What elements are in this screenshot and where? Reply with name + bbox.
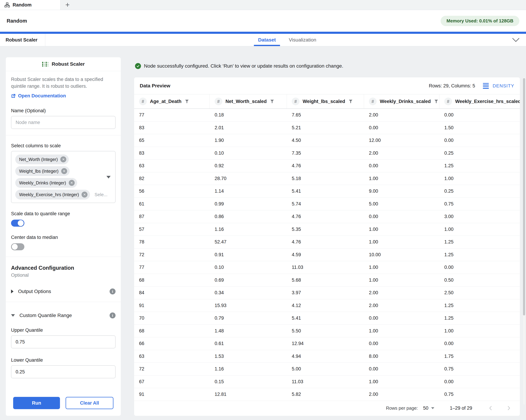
chip-remove-icon[interactable]: ✕ <box>61 168 67 174</box>
dropdown-caret-icon[interactable] <box>106 176 111 178</box>
column-chip[interactable]: Weight_lbs (Integer)✕ <box>15 166 70 176</box>
table-row[interactable]: 8228.705.181.001.00 <box>134 172 520 185</box>
node-tab-robust-scaler[interactable]: Robust Scaler <box>0 34 45 46</box>
table-row[interactable]: 832.015.210.001.50 <box>134 122 520 134</box>
table-cell: 4.76 <box>287 160 364 172</box>
table-cell: 1.00 <box>364 274 439 286</box>
lower-quantile-input[interactable] <box>11 365 116 378</box>
selected-columns-box[interactable]: Net_Worth (Integer)✕Weight_lbs (Integer)… <box>11 151 116 203</box>
table-cell: 1.00 <box>439 325 520 337</box>
table-row[interactable]: 840.343.972.002.50 <box>134 286 520 299</box>
table-row[interactable]: 9112.815.822.000.75 <box>134 388 520 401</box>
chip-remove-icon[interactable]: ✕ <box>81 192 88 197</box>
table-cell: 1.90 <box>210 134 287 147</box>
table-cell: 2.00 <box>364 299 439 312</box>
table-cell: 0.00 <box>364 312 439 324</box>
table-row[interactable]: 9115.934.122.001.25 <box>134 299 520 312</box>
table-row[interactable]: 630.924.760.001.25 <box>134 160 520 172</box>
tab-visualization[interactable]: Visualization <box>284 34 321 46</box>
column-chip[interactable]: Net_Worth (Integer)✕ <box>15 155 69 164</box>
filter-icon[interactable] <box>348 99 353 104</box>
column-header-Weight_lbs_scaled[interactable]: #Weight_lbs_scaled <box>287 94 364 108</box>
table-cell: 3.97 <box>287 286 364 299</box>
column-header-Weekly_Drinks_scaled[interactable]: #Weekly_Drinks_scaled <box>364 94 439 108</box>
table-row[interactable]: 720.914.5910.001.25 <box>134 249 520 261</box>
clear-all-button[interactable]: Clear All <box>66 397 113 409</box>
numeric-type-icon: # <box>292 98 299 105</box>
filter-icon[interactable] <box>434 99 438 104</box>
tab-dataset[interactable]: Dataset <box>254 34 280 46</box>
table-cell: 2.50 <box>439 286 520 299</box>
node-name-input[interactable] <box>11 116 116 129</box>
table-row[interactable]: 700.795.410.001.25 <box>134 312 520 325</box>
collapse-panel-button[interactable] <box>512 37 520 44</box>
column-header-Net_Worth_scaled[interactable]: #Net_Worth_scaled <box>210 94 287 108</box>
panel-header: Robust Scaler <box>6 57 121 71</box>
density-icon[interactable] <box>483 83 489 89</box>
table-row[interactable]: 721.165.000.000.75 <box>134 363 520 375</box>
column-chip[interactable]: Weekly_Drinks (Integer)✕ <box>15 178 77 188</box>
chip-remove-icon[interactable]: ✕ <box>60 156 66 162</box>
memory-usage-badge: Memory Used: 0.01% of 128GB <box>441 16 519 26</box>
info-icon[interactable]: i <box>110 313 116 318</box>
table-row[interactable]: 770.187.652.000.00 <box>134 109 520 122</box>
open-documentation-link[interactable]: Open Documentation <box>11 93 116 99</box>
rows-per-page-caret-icon <box>431 407 434 409</box>
upper-quantile-input[interactable] <box>11 335 116 348</box>
filter-icon[interactable] <box>270 99 274 104</box>
filter-icon[interactable] <box>185 99 189 104</box>
table-row[interactable]: 631.534.948.001.75 <box>134 350 520 363</box>
table-cell: 77 <box>134 109 210 121</box>
table-row[interactable]: 681.485.501.001.00 <box>134 325 520 338</box>
table-body: 770.187.652.000.00832.015.210.001.50651.… <box>134 109 520 401</box>
run-button[interactable]: Run <box>13 397 60 409</box>
table-cell: 61 <box>134 198 210 210</box>
output-options-section[interactable]: Output Options i <box>11 288 116 294</box>
table-row[interactable]: 610.995.745.000.75 <box>134 198 520 211</box>
table-cell: 0.00 <box>439 261 520 274</box>
rows-per-page-select[interactable]: 50 <box>423 405 434 411</box>
new-tab-button[interactable]: + <box>61 0 74 10</box>
status-message-text: Node successfully configured. Click ‘Run… <box>144 63 343 69</box>
column-chip[interactable]: Weekly_Exercise_hrs (Integer)✕ <box>15 190 90 199</box>
table-cell: 5.41 <box>287 185 364 197</box>
table-row[interactable]: 830.107.352.000.25 <box>134 147 520 160</box>
info-icon[interactable]: i <box>110 288 116 294</box>
center-median-toggle[interactable] <box>11 243 24 250</box>
select-columns-label: Select columns to scale <box>11 143 116 148</box>
table-row[interactable]: 680.695.681.000.50 <box>134 274 520 287</box>
column-header-Weekly_Exercise_hrs_scaled[interactable]: #Weekly_Exercise_hrs_scaled <box>439 94 520 108</box>
next-page-button[interactable] <box>506 405 512 411</box>
table-row[interactable]: 571.165.351.001.00 <box>134 223 520 236</box>
table-row[interactable]: 651.904.5012.000.00 <box>134 134 520 147</box>
table-cell: 0.75 <box>439 363 520 375</box>
table-cell: 0.00 <box>439 337 520 350</box>
custom-quantile-range-section[interactable]: Custom Quantile Range i <box>11 313 116 318</box>
table-cell: 0.86 <box>210 210 287 223</box>
table-cell: 5.41 <box>287 312 364 324</box>
table-cell: 0.34 <box>210 286 287 299</box>
previous-page-button[interactable] <box>488 405 494 411</box>
table-row[interactable]: 670.1511.031.000.00 <box>134 375 520 388</box>
table-row[interactable]: 770.1011.031.000.00 <box>134 261 520 274</box>
scrollbar-thumb[interactable] <box>523 78 525 315</box>
table-cell: 2.01 <box>210 122 287 134</box>
workspace-tab-random[interactable]: Random <box>0 0 61 10</box>
density-button[interactable]: DENSITY <box>493 83 514 89</box>
column-select-placeholder[interactable]: Sele... <box>94 192 108 197</box>
column-header-Age_at_Death[interactable]: #Age_at_Death <box>134 94 210 108</box>
scale-quantile-label: Scale data to quantile range <box>11 211 116 216</box>
robust-scaler-node-icon <box>42 61 49 67</box>
table-cell: 0.18 <box>210 109 287 121</box>
table-row[interactable]: 561.145.419.000.25 <box>134 185 520 198</box>
table-row[interactable]: 7852.474.761.001.25 <box>134 236 520 249</box>
table-scrollbar[interactable] <box>523 78 525 405</box>
table-cell: 1.00 <box>364 261 439 274</box>
table-cell: 52.47 <box>210 236 287 248</box>
node-tab-label: Robust Scaler <box>6 37 38 43</box>
chip-remove-icon[interactable]: ✕ <box>69 180 75 186</box>
table-header-row: #Age_at_Death#Net_Worth_scaled#Weight_lb… <box>134 94 520 109</box>
table-row[interactable]: 660.6112.940.000.00 <box>134 337 520 350</box>
table-row[interactable]: 870.864.760.003.00 <box>134 210 520 223</box>
scale-quantile-toggle[interactable] <box>11 220 24 227</box>
